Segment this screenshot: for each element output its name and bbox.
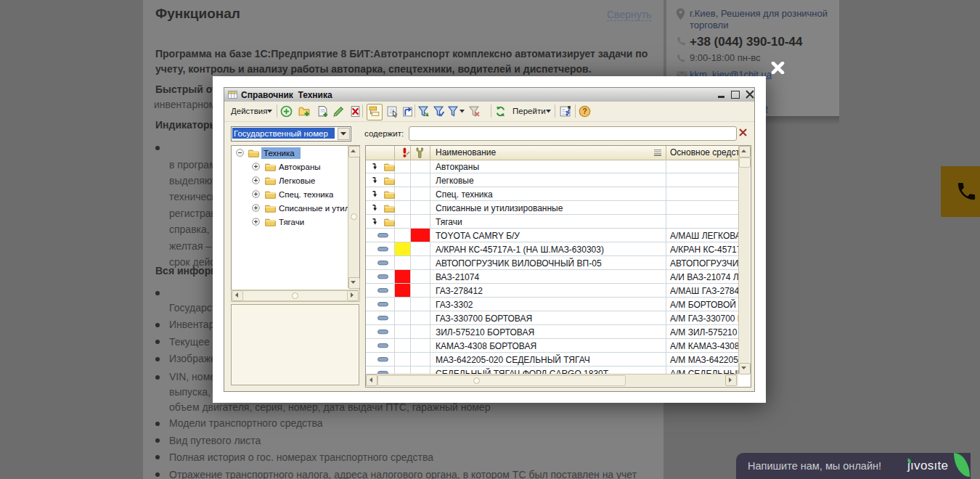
svg-text:?: ?	[582, 107, 587, 115]
